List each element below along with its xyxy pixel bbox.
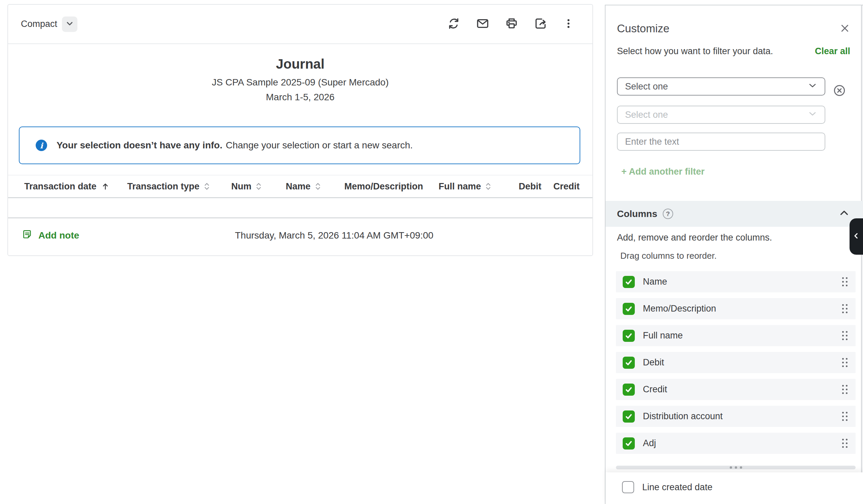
chevron-up-icon: [839, 208, 850, 220]
column-toggle-row[interactable]: Debit: [616, 352, 855, 373]
column-toggle-row[interactable]: Name: [616, 271, 855, 292]
checkbox-checked[interactable]: [623, 383, 635, 396]
columns-title: Columns: [617, 209, 657, 219]
chevron-down-icon: [807, 80, 818, 93]
report-date-range: March 1-5, 2026: [8, 91, 592, 103]
checkbox-checked[interactable]: [623, 437, 635, 450]
column-toggle-list: Name Memo/Description Full name Debit: [616, 271, 855, 459]
drag-handle-icon[interactable]: [842, 331, 848, 340]
column-toggle-row[interactable]: Adj: [616, 433, 855, 454]
filter-condition-select[interactable]: Select one: [617, 106, 825, 124]
drag-handle-icon[interactable]: [842, 304, 848, 313]
checkbox-unchecked[interactable]: [622, 481, 634, 493]
column-header-full-name[interactable]: Full name: [439, 180, 491, 192]
report-card: Compact: [8, 4, 593, 256]
customize-panel: Customize Select how you want to filter …: [605, 5, 863, 504]
drag-handle-icon[interactable]: [842, 412, 848, 421]
sort-both-icon: [485, 182, 491, 191]
panel-title: Customize: [617, 22, 670, 35]
drag-handle-icon[interactable]: [842, 439, 848, 448]
checkbox-checked[interactable]: [623, 330, 635, 342]
column-header-memo-description[interactable]: Memo/Description: [344, 180, 423, 192]
column-toggle-row[interactable]: Credit: [616, 379, 855, 400]
sort-both-icon: [315, 182, 321, 191]
panel-header: Customize: [617, 22, 850, 36]
chevron-left-icon: [852, 231, 861, 242]
filter-text-input[interactable]: [617, 133, 825, 151]
column-header-num[interactable]: Num: [231, 180, 262, 192]
section-resize-handle[interactable]: [616, 466, 855, 469]
drag-handle-icon[interactable]: [842, 277, 848, 286]
checkbox-checked[interactable]: [623, 303, 635, 315]
report-toolbar: Compact: [8, 5, 592, 44]
columns-section-header: Columns ?: [605, 201, 863, 227]
more-options-button[interactable]: [563, 17, 574, 31]
export-icon: [534, 17, 547, 31]
column-toggle-row[interactable]: Full name: [616, 325, 855, 346]
alert-message: Your selection doesn’t have any info.Cha…: [57, 140, 413, 151]
close-icon: [839, 23, 850, 35]
panel-collapse-tab[interactable]: [850, 218, 863, 255]
column-toggle-row[interactable]: Line created date: [622, 481, 713, 493]
company-name: JS CPA Sample 2025-09 (Super Mercado): [8, 76, 592, 88]
table-top-divider: [8, 175, 592, 175]
add-another-filter-link[interactable]: + Add another filter: [621, 166, 704, 177]
filter-field-select[interactable]: Select one: [617, 77, 825, 96]
close-panel-button[interactable]: [839, 23, 850, 35]
print-icon: [505, 17, 518, 31]
filter-hint: Select how you want to filter your data.: [617, 46, 773, 56]
column-header-transaction-date[interactable]: Transaction date: [24, 180, 110, 192]
columns-description: Add, remove and reorder the columns.: [617, 232, 772, 243]
panel-scrollbar[interactable]: [861, 5, 862, 504]
column-header-credit[interactable]: Credit: [553, 180, 579, 192]
note-icon: [22, 229, 33, 242]
email-icon: [476, 17, 489, 31]
column-header-debit[interactable]: Debit: [519, 180, 541, 192]
page-title: Journal: [8, 56, 592, 72]
report-generated-timestamp: Thursday, March 5, 2026 11:04 AM GMT+09:…: [235, 230, 434, 241]
clear-all-link[interactable]: Clear all: [815, 46, 850, 56]
checkbox-checked[interactable]: [623, 411, 635, 423]
print-button[interactable]: [505, 17, 518, 31]
checkbox-checked[interactable]: [623, 357, 635, 369]
remove-filter-button[interactable]: [833, 84, 846, 97]
add-note-button[interactable]: Add note: [22, 229, 79, 242]
report-actions: [447, 17, 574, 31]
sort-both-icon: [256, 182, 262, 191]
table-body-divider: [8, 217, 592, 218]
info-icon: i: [36, 140, 47, 151]
drag-hint: Drag columns to reorder.: [620, 251, 716, 261]
report-title-block: Journal JS CPA Sample 2025-09 (Super Mer…: [8, 56, 592, 103]
refresh-icon: [447, 17, 461, 31]
column-toggle-row[interactable]: Distribution account: [616, 406, 855, 427]
sort-both-icon: [204, 182, 210, 191]
density-dropdown-button[interactable]: [62, 16, 77, 32]
density-label: Compact: [21, 19, 57, 29]
no-data-alert: i Your selection doesn’t have any info.C…: [19, 126, 580, 164]
help-icon[interactable]: ?: [663, 209, 673, 219]
column-header-transaction-type[interactable]: Transaction type: [127, 180, 210, 192]
refresh-button[interactable]: [447, 17, 461, 31]
drag-handle-icon[interactable]: [842, 358, 848, 367]
chevron-down-icon: [65, 18, 75, 29]
add-note-label: Add note: [38, 230, 79, 241]
density-control: Compact: [21, 16, 77, 32]
chevron-down-icon: [807, 108, 818, 122]
export-button[interactable]: [534, 17, 547, 31]
column-toggle-row[interactable]: Memo/Description: [616, 298, 855, 319]
circle-x-icon: [833, 84, 846, 97]
filter-section-header: Select how you want to filter your data.…: [617, 45, 850, 57]
collapse-columns-button[interactable]: [839, 208, 850, 220]
header-bottom-divider: [8, 197, 592, 198]
kebab-menu-icon: [563, 17, 574, 31]
sort-ascending-icon: [101, 181, 110, 191]
drag-handle-icon[interactable]: [842, 385, 848, 394]
checkbox-checked[interactable]: [623, 276, 635, 288]
column-header-name[interactable]: Name: [286, 180, 321, 192]
email-button[interactable]: [476, 17, 489, 31]
